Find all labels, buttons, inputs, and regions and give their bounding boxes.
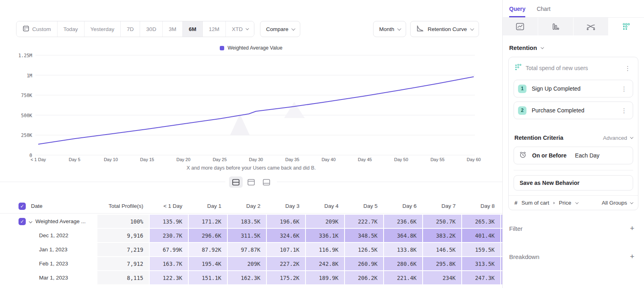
tile-retention-dots-icon[interactable] — [609, 18, 644, 35]
save-as-new-behavior-button[interactable]: Save as New Behavior — [514, 175, 633, 191]
retention-value-cell: 159.5K — [462, 243, 500, 256]
plus-icon[interactable]: + — [630, 252, 634, 261]
kebab-menu-icon[interactable]: ⋮ — [619, 85, 629, 93]
retention-value-cell: 324.6K — [267, 229, 305, 242]
x-tick-label: Day 10 — [104, 157, 118, 162]
retention-value-cell: 87.92K — [189, 243, 227, 256]
range-30d[interactable]: 30D — [140, 21, 163, 37]
range-yesterday[interactable]: Yesterday — [85, 21, 121, 37]
tab-query[interactable]: Query — [509, 6, 525, 17]
range-3m[interactable]: 3M — [163, 21, 183, 37]
chevron-down-icon — [291, 27, 295, 31]
x-tick-label: Day 20 — [176, 157, 190, 162]
range-12m[interactable]: 12M — [203, 21, 226, 37]
chevron-down-icon[interactable] — [29, 220, 32, 223]
breakdown-add-row[interactable]: Breakdown + — [509, 252, 634, 261]
x-tick-label: Day 45 — [358, 157, 372, 162]
advanced-label: Advanced — [603, 135, 627, 141]
layout-table-button[interactable] — [260, 176, 273, 188]
kebab-menu-icon[interactable]: ⋮ — [619, 107, 629, 114]
row-label-cell: Jan 1, 2023 — [0, 243, 97, 256]
layout-chart-button[interactable] — [244, 176, 258, 188]
retention-value-cell: 151.1K — [189, 271, 227, 284]
timing-label[interactable]: On or Before — [532, 152, 567, 159]
retention-value-cell: 250.7K — [423, 215, 461, 228]
chart-type-button[interactable]: Retention Curve — [410, 21, 479, 37]
table-row: Feb 1, 20237,912163.7K195.4K209K227.2K24… — [0, 257, 502, 270]
total-profiles-cell: 9,916 — [97, 229, 149, 242]
row-checkbox[interactable]: ✓ — [19, 218, 26, 225]
layout-split-button[interactable] — [229, 176, 243, 188]
chart-caption: X and more days before your Users came b… — [0, 165, 502, 171]
range-6m[interactable]: 6M — [183, 21, 203, 37]
retention-criteria-label: Retention Criteria — [514, 135, 603, 141]
retention-value-cell: 336.1K — [306, 229, 344, 242]
save-behavior-label: Save as New Behavior — [520, 180, 580, 186]
all-groups-dropdown[interactable]: All Groups — [602, 200, 632, 206]
y-tick-label: 750K — [11, 93, 32, 98]
behavior-step[interactable]: 1Sign Up Completed⋮ — [514, 80, 633, 97]
kebab-menu-icon[interactable]: ⋮ — [623, 64, 632, 72]
total-profiles-cell: 8,115 — [97, 271, 149, 284]
measure-row[interactable]: # Sum of cart Price All Groups — [509, 195, 638, 210]
retention-value-cell: 242.8K — [306, 257, 344, 270]
behavior-step[interactable]: 2Purchase Completed⋮ — [514, 102, 633, 119]
range-custom[interactable]: Custom — [17, 21, 58, 37]
calendar-icon — [23, 25, 29, 33]
range-today[interactable]: Today — [58, 21, 85, 37]
row-label-cell: Dec 1, 2022 — [0, 229, 97, 242]
retention-value-cell: 116.9K — [306, 243, 344, 256]
retention-section-dropdown[interactable]: Retention — [509, 44, 644, 51]
tile-flows-icon[interactable] — [574, 18, 609, 35]
retention-value-cell: 196.6K — [267, 215, 305, 228]
retention-value-cell: 195.4K — [189, 257, 227, 270]
tile-insights-line-icon[interactable] — [503, 18, 538, 35]
compare-button[interactable]: Compare — [260, 21, 301, 37]
date-header-label: Date — [31, 203, 43, 209]
range-7d[interactable]: 7D — [121, 21, 140, 37]
column-header[interactable]: ✓Date — [0, 203, 97, 210]
chevron-down-icon — [470, 27, 474, 31]
range-label: Yesterday — [91, 26, 115, 32]
total-profiles-cell: 7,912 — [97, 257, 149, 270]
table-row: ✓Weighted Average ...100%135.9K171.2K183… — [0, 215, 502, 228]
tile-bar-chart-icon[interactable] — [538, 18, 574, 35]
retention-line-chart: 0250K500K750K1M1.25M — [0, 50, 502, 159]
retention-value-cell: 311.5K — [228, 229, 266, 242]
range-xtd[interactable]: XTD — [226, 21, 254, 37]
retention-line-series — [38, 77, 474, 144]
retention-value-cell: 313.5K — [462, 257, 500, 270]
table-row: Jan 1, 20237,21967.99K87.92K97.87K107.1K… — [0, 243, 502, 256]
x-tick-label: Day 55 — [430, 157, 444, 162]
behavior-steps: 1Sign Up Completed⋮2Purchase Completed⋮ — [509, 80, 638, 119]
table-body: ✓Weighted Average ...100%135.9K171.2K183… — [0, 215, 502, 284]
window-label[interactable]: Each Day — [575, 152, 600, 159]
column-header: Day 7 — [423, 203, 461, 209]
advanced-dropdown[interactable]: Advanced — [603, 135, 632, 141]
chart-type-tiles — [503, 17, 644, 35]
toolbar: CustomTodayYesterday7D30D3M6M12MXTD Comp… — [16, 21, 479, 37]
retention-value-cell: 133.8K — [384, 243, 422, 256]
x-tick-label: < 1 Day — [31, 157, 46, 162]
filter-add-row[interactable]: Filter + — [509, 224, 634, 233]
retention-value-cell: 222.7K — [345, 215, 383, 228]
retention-value-cell: 260.9K — [345, 257, 383, 270]
select-all-checkbox[interactable]: ✓ — [19, 203, 26, 210]
y-tick-label: 1.25M — [11, 53, 32, 58]
column-header: Total Profile(s) — [97, 203, 149, 209]
retention-value-cell: 348.5K — [345, 229, 383, 242]
granularity-button[interactable]: Month — [373, 21, 407, 37]
main-panel: CustomTodayYesterday7D30D3M6M12MXTD Comp… — [0, 0, 502, 288]
column-header: Day 6 — [384, 203, 422, 209]
chevron-down-icon — [246, 27, 249, 30]
column-header: Day 8 — [462, 203, 500, 209]
plus-icon[interactable]: + — [630, 224, 634, 233]
watermark-triangle — [230, 114, 250, 135]
compare-label: Compare — [266, 26, 289, 32]
chevron-down-icon — [397, 27, 401, 31]
row-label-cell: Mar 1, 2023 — [0, 271, 97, 284]
retention-timing-box[interactable]: On or Before Each Day — [514, 147, 633, 164]
chart-legend[interactable]: Weighted Average Value — [0, 45, 502, 51]
retention-value-cell: 280.6K — [384, 257, 422, 270]
tab-chart[interactable]: Chart — [537, 6, 550, 17]
